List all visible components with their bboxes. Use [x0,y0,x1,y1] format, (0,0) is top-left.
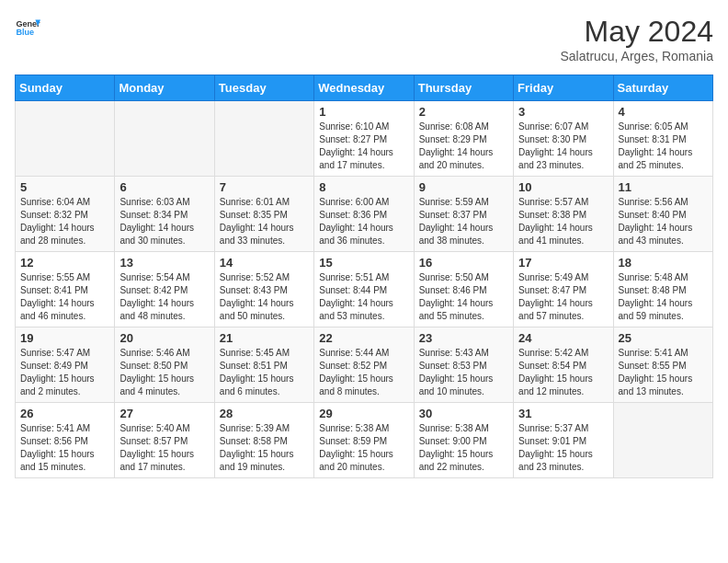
day-info: Sunrise: 6:01 AM Sunset: 8:35 PM Dayligh… [220,196,309,247]
calendar-table: SundayMondayTuesdayWednesdayThursdayFrid… [15,75,713,478]
weekday-header-wednesday: Wednesday [314,75,414,101]
calendar-week-row: 26Sunrise: 5:41 AM Sunset: 8:56 PM Dayli… [16,403,713,478]
day-info: Sunrise: 5:52 AM Sunset: 8:43 PM Dayligh… [220,271,309,323]
calendar-cell: 5Sunrise: 6:04 AM Sunset: 8:32 PM Daylig… [16,177,115,252]
location-subtitle: Salatrucu, Arges, Romania [560,49,713,63]
svg-text:Blue: Blue [16,28,34,37]
day-number: 30 [419,407,508,420]
calendar-cell: 27Sunrise: 5:40 AM Sunset: 8:57 PM Dayli… [115,403,214,478]
calendar-cell: 29Sunrise: 5:38 AM Sunset: 8:59 PM Dayli… [314,403,414,478]
day-number: 20 [119,331,209,345]
calendar-cell: 21Sunrise: 5:45 AM Sunset: 8:51 PM Dayli… [214,327,313,403]
calendar-cell: 12Sunrise: 5:55 AM Sunset: 8:41 PM Dayli… [16,252,115,327]
calendar-cell: 28Sunrise: 5:39 AM Sunset: 8:58 PM Dayli… [214,403,313,478]
day-number: 14 [220,256,309,270]
day-number: 18 [619,256,708,270]
weekday-header-monday: Monday [115,75,214,101]
day-info: Sunrise: 5:45 AM Sunset: 8:51 PM Dayligh… [220,347,309,398]
day-info: Sunrise: 5:43 AM Sunset: 8:53 PM Dayligh… [419,347,508,398]
day-info: Sunrise: 6:10 AM Sunset: 8:27 PM Dayligh… [319,121,408,172]
day-info: Sunrise: 5:46 AM Sunset: 8:50 PM Dayligh… [119,347,209,398]
logo-icon: General Blue [15,15,40,40]
calendar-cell: 17Sunrise: 5:49 AM Sunset: 8:47 PM Dayli… [514,252,613,327]
day-number: 27 [119,407,209,420]
calendar-cell: 11Sunrise: 5:56 AM Sunset: 8:40 PM Dayli… [613,177,712,252]
day-info: Sunrise: 5:50 AM Sunset: 8:46 PM Dayligh… [419,271,508,323]
day-number: 17 [518,256,608,270]
day-number: 11 [619,180,708,194]
day-info: Sunrise: 5:42 AM Sunset: 8:54 PM Dayligh… [518,347,608,398]
day-info: Sunrise: 5:41 AM Sunset: 8:55 PM Dayligh… [619,347,708,398]
day-number: 4 [619,105,708,119]
weekday-header-sunday: Sunday [16,75,115,101]
calendar-cell: 16Sunrise: 5:50 AM Sunset: 8:46 PM Dayli… [414,252,513,327]
calendar-cell: 23Sunrise: 5:43 AM Sunset: 8:53 PM Dayli… [414,327,513,403]
weekday-header-saturday: Saturday [613,75,712,101]
day-info: Sunrise: 5:38 AM Sunset: 9:00 PM Dayligh… [419,422,508,474]
day-info: Sunrise: 5:37 AM Sunset: 9:01 PM Dayligh… [518,422,608,474]
day-info: Sunrise: 5:57 AM Sunset: 8:38 PM Dayligh… [518,196,608,247]
calendar-week-row: 5Sunrise: 6:04 AM Sunset: 8:32 PM Daylig… [16,177,713,252]
calendar-cell: 24Sunrise: 5:42 AM Sunset: 8:54 PM Dayli… [514,327,613,403]
day-info: Sunrise: 5:59 AM Sunset: 8:37 PM Dayligh… [419,196,508,247]
title-block: May 2024 Salatrucu, Arges, Romania [560,15,713,63]
day-number: 12 [20,256,109,270]
day-info: Sunrise: 6:07 AM Sunset: 8:30 PM Dayligh… [518,121,608,172]
weekday-header-thursday: Thursday [414,75,513,101]
day-number: 1 [319,105,408,119]
calendar-cell: 18Sunrise: 5:48 AM Sunset: 8:48 PM Dayli… [613,252,712,327]
calendar-cell [115,101,214,177]
page-header: General Blue May 2024 Salatrucu, Arges, … [15,15,713,63]
calendar-cell: 4Sunrise: 6:05 AM Sunset: 8:31 PM Daylig… [613,101,712,177]
weekday-header-row: SundayMondayTuesdayWednesdayThursdayFrid… [16,75,713,101]
day-number: 22 [319,331,408,345]
day-number: 6 [119,180,209,194]
day-number: 2 [419,105,508,119]
day-number: 3 [518,105,608,119]
calendar-cell: 14Sunrise: 5:52 AM Sunset: 8:43 PM Dayli… [214,252,313,327]
day-info: Sunrise: 6:00 AM Sunset: 8:36 PM Dayligh… [319,196,408,247]
calendar-cell: 8Sunrise: 6:00 AM Sunset: 8:36 PM Daylig… [314,177,414,252]
calendar-cell: 7Sunrise: 6:01 AM Sunset: 8:35 PM Daylig… [214,177,313,252]
calendar-week-row: 12Sunrise: 5:55 AM Sunset: 8:41 PM Dayli… [16,252,713,327]
day-number: 13 [119,256,209,270]
day-info: Sunrise: 6:03 AM Sunset: 8:34 PM Dayligh… [119,196,209,247]
calendar-cell: 20Sunrise: 5:46 AM Sunset: 8:50 PM Dayli… [115,327,214,403]
calendar-cell: 25Sunrise: 5:41 AM Sunset: 8:55 PM Dayli… [613,327,712,403]
day-info: Sunrise: 5:44 AM Sunset: 8:52 PM Dayligh… [319,347,408,398]
calendar-cell: 19Sunrise: 5:47 AM Sunset: 8:49 PM Dayli… [16,327,115,403]
calendar-cell: 9Sunrise: 5:59 AM Sunset: 8:37 PM Daylig… [414,177,513,252]
day-info: Sunrise: 6:05 AM Sunset: 8:31 PM Dayligh… [619,121,708,172]
calendar-cell: 30Sunrise: 5:38 AM Sunset: 9:00 PM Dayli… [414,403,513,478]
day-number: 26 [20,407,109,420]
calendar-cell [214,101,313,177]
day-info: Sunrise: 5:39 AM Sunset: 8:58 PM Dayligh… [220,422,309,474]
day-info: Sunrise: 5:38 AM Sunset: 8:59 PM Dayligh… [319,422,408,474]
calendar-week-row: 1Sunrise: 6:10 AM Sunset: 8:27 PM Daylig… [16,101,713,177]
day-info: Sunrise: 5:49 AM Sunset: 8:47 PM Dayligh… [518,271,608,323]
day-info: Sunrise: 5:47 AM Sunset: 8:49 PM Dayligh… [20,347,109,398]
day-number: 10 [518,180,608,194]
calendar-cell: 31Sunrise: 5:37 AM Sunset: 9:01 PM Dayli… [514,403,613,478]
day-info: Sunrise: 6:04 AM Sunset: 8:32 PM Dayligh… [20,196,109,247]
day-number: 25 [619,331,708,345]
day-info: Sunrise: 5:40 AM Sunset: 8:57 PM Dayligh… [119,422,209,474]
calendar-cell: 6Sunrise: 6:03 AM Sunset: 8:34 PM Daylig… [115,177,214,252]
day-number: 23 [419,331,508,345]
weekday-header-friday: Friday [514,75,613,101]
day-number: 21 [220,331,309,345]
calendar-cell: 22Sunrise: 5:44 AM Sunset: 8:52 PM Dayli… [314,327,414,403]
day-info: Sunrise: 6:08 AM Sunset: 8:29 PM Dayligh… [419,121,508,172]
day-number: 8 [319,180,408,194]
day-number: 16 [419,256,508,270]
day-number: 24 [518,331,608,345]
weekday-header-tuesday: Tuesday [214,75,313,101]
day-number: 19 [20,331,109,345]
calendar-cell: 3Sunrise: 6:07 AM Sunset: 8:30 PM Daylig… [514,101,613,177]
calendar-week-row: 19Sunrise: 5:47 AM Sunset: 8:49 PM Dayli… [16,327,713,403]
day-number: 29 [319,407,408,420]
logo: General Blue [15,15,40,40]
calendar-cell: 1Sunrise: 6:10 AM Sunset: 8:27 PM Daylig… [314,101,414,177]
day-number: 15 [319,256,408,270]
calendar-cell: 2Sunrise: 6:08 AM Sunset: 8:29 PM Daylig… [414,101,513,177]
